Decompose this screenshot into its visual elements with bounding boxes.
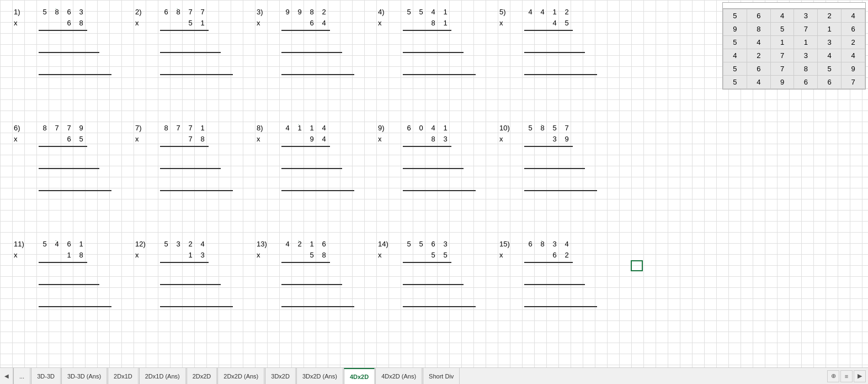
tabs-list: ...3D-3D3D-3D (Ans)2Dx1D2Dx1D (Ans)2Dx2D…: [13, 368, 826, 384]
sheet-tab-3dx2d-ans[interactable]: 3Dx2D (Ans): [296, 368, 343, 384]
scroll-right-button[interactable]: ▶: [854, 370, 866, 382]
background-grid: [0, 0, 868, 367]
sheet-tab-...[interactable]: ...: [13, 368, 30, 384]
sheet-tab-2dx2d-ans[interactable]: 2Dx2D (Ans): [217, 368, 264, 384]
sheet-tab-4dx2d[interactable]: 4Dx2D: [344, 368, 375, 384]
sheet-tab-2dx2d[interactable]: 2Dx2D: [187, 368, 217, 384]
sheet-tab-4dx2d-ans[interactable]: 4Dx2D (Ans): [375, 368, 422, 384]
sheet-tab-2dx1d[interactable]: 2Dx1D: [108, 368, 139, 384]
sheet-tab-2dx1d-ans[interactable]: 2Dx1D (Ans): [139, 368, 186, 384]
sheet-list-button[interactable]: ≡: [840, 370, 853, 382]
sheet-tab-3d-3d[interactable]: 3D-3D: [31, 368, 61, 384]
sheet-tab-3dx2d[interactable]: 3Dx2D: [265, 368, 296, 384]
sheet-tab-3d-3d-ans[interactable]: 3D-3D (Ans): [61, 368, 107, 384]
sheet-tab-short-div[interactable]: Short Div: [423, 368, 460, 384]
tab-right-controls: ⊕ ≡ ▶: [826, 368, 868, 384]
add-sheet-button[interactable]: ⊕: [827, 370, 839, 382]
main-container: 564324985716541132427344567859549667 1)5…: [0, 0, 868, 384]
spreadsheet-area: 564324985716541132427344567859549667 1)5…: [0, 0, 868, 367]
tab-nav-left[interactable]: ◀: [0, 368, 13, 384]
tab-bar: ◀ ...3D-3D3D-3D (Ans)2Dx1D2Dx1D (Ans)2Dx…: [0, 367, 868, 384]
